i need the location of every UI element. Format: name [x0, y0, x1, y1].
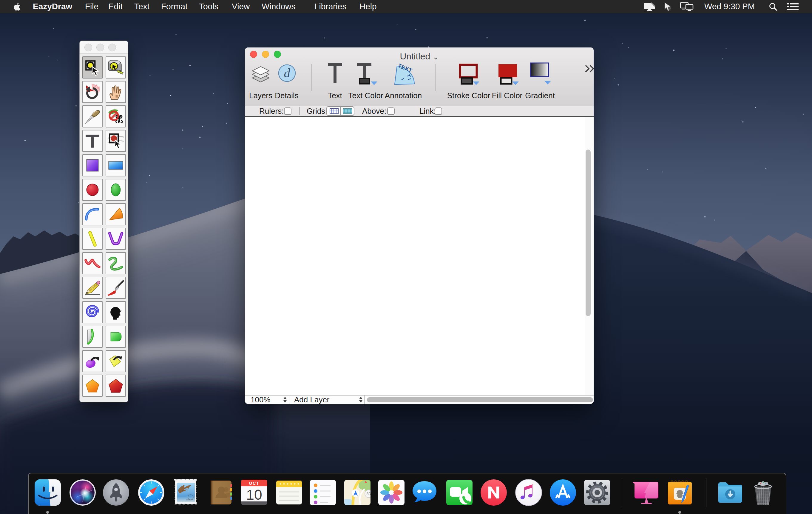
svg-text:OCT: OCT [249, 481, 260, 486]
svg-text:10: 10 [246, 487, 262, 503]
svg-text:d: d [284, 66, 291, 80]
svg-text:3D: 3D [366, 492, 371, 496]
